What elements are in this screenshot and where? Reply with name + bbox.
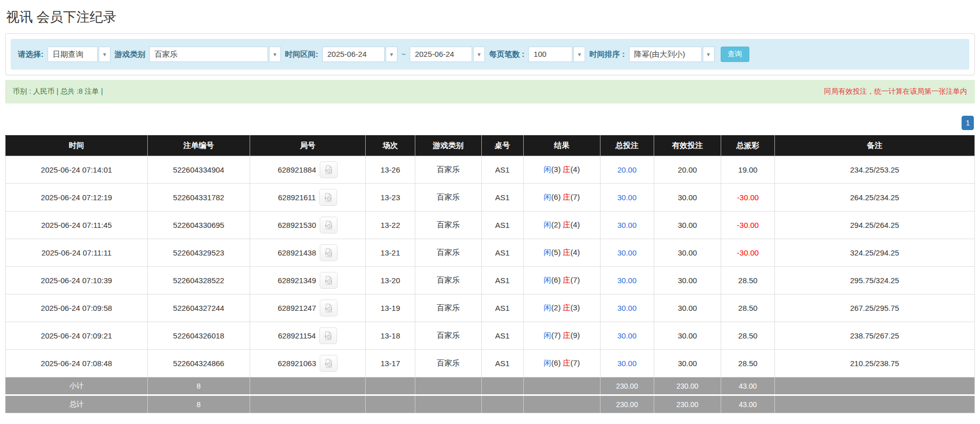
game-type-value[interactable]: 百家乐 [149, 47, 268, 62]
column-header-5: 游戏类别 [415, 136, 481, 156]
video-replay-button[interactable] [320, 355, 338, 372]
time-sort-value[interactable]: 降幂(由大到小) [629, 47, 702, 62]
column-header-4: 场次 [366, 136, 415, 156]
total-bet-link[interactable]: 30.00 [617, 304, 637, 312]
search-button[interactable]: 查询 [721, 47, 749, 62]
round-id-text: 628921884 [278, 165, 316, 174]
round-id-text: 628921530 [278, 221, 316, 229]
footer-empty-result [523, 377, 600, 395]
payout-value: 28.50 [738, 359, 758, 368]
banker-result-label: 庄 [563, 358, 570, 367]
cell-session: 13-22 [366, 211, 415, 239]
game-type-select[interactable]: 百家乐 ▼ [149, 47, 281, 62]
banker-result-score: (7) [570, 358, 580, 367]
cell-time: 2025-06-24 07:11:45 [6, 211, 148, 239]
player-result-label: 闲 [544, 358, 551, 367]
chevron-down-icon[interactable]: ▼ [573, 47, 585, 62]
player-result-label: 闲 [544, 331, 551, 340]
chevron-down-icon[interactable]: ▼ [703, 47, 715, 62]
footer-total-bet: 230.00 [600, 377, 654, 395]
video-replay-button[interactable] [319, 327, 337, 344]
query-type-select[interactable]: 日期查询 ▼ [48, 47, 110, 62]
total-bet-link[interactable]: 30.00 [617, 221, 637, 229]
date-from-value[interactable]: 2025-06-24 [322, 47, 385, 62]
page-title: 视讯 会员下注纪录 [6, 8, 975, 26]
table-row: 2025-06-24 07:11:45522604330695628921530… [6, 211, 975, 239]
cell-total-bet: 30.00 [600, 267, 654, 294]
payout-value: 19.00 [738, 165, 758, 174]
cell-bet-id: 522604334904 [148, 156, 250, 184]
cell-total-bet: 30.00 [600, 184, 654, 211]
subtotal-row: 小计8230.00230.0043.00 [6, 377, 975, 395]
time-sort-select[interactable]: 降幂(由大到小) ▼ [629, 47, 715, 62]
total-bet-link[interactable]: 30.00 [617, 248, 637, 257]
cell-table-id: AS1 [481, 184, 523, 211]
date-from-select[interactable]: 2025-06-24 ▼ [322, 47, 397, 62]
cell-game-type: 百家乐 [415, 211, 481, 239]
cell-session: 13-19 [366, 294, 415, 322]
cell-valid-bet: 30.00 [654, 184, 721, 211]
video-replay-button[interactable] [319, 189, 337, 206]
table-row: 2025-06-24 07:10:39522604328522628921349… [6, 267, 975, 294]
video-replay-button[interactable] [320, 300, 338, 316]
cell-round-id: 628921438 [250, 239, 365, 267]
cell-table-id: AS1 [481, 156, 523, 184]
cell-payout: 28.50 [721, 350, 775, 377]
cell-time: 2025-06-24 07:11:11 [6, 239, 148, 267]
page-1-button[interactable]: 1 [962, 116, 974, 130]
player-result-label: 闲 [544, 248, 551, 257]
page-size-value[interactable]: 100 [528, 47, 572, 62]
video-icon [324, 220, 333, 230]
video-replay-button[interactable] [320, 272, 338, 289]
chevron-down-icon[interactable]: ▼ [473, 47, 485, 62]
cell-bet-id: 522604330695 [148, 211, 250, 239]
banker-result-label: 庄 [563, 303, 570, 312]
total-bet-link[interactable]: 30.00 [617, 359, 637, 368]
chevron-down-icon[interactable]: ▼ [99, 47, 110, 62]
video-icon [324, 248, 333, 258]
cell-remark: 210.25/238.75 [774, 350, 974, 377]
round-id-text: 628921611 [278, 193, 316, 202]
cell-time: 2025-06-24 07:10:39 [6, 267, 148, 294]
banker-result-score: (7) [570, 193, 580, 201]
table-row: 2025-06-24 07:08:48522604324866628921063… [6, 350, 975, 377]
cell-total-bet: 30.00 [600, 239, 654, 267]
total-bet-link[interactable]: 30.00 [617, 193, 637, 202]
column-header-3: 局号 [250, 136, 365, 156]
page-size-label: 每页笔数 : [489, 50, 524, 59]
cell-remark: 295.75/324.25 [774, 267, 974, 294]
cell-session: 13-18 [366, 322, 415, 350]
chevron-down-icon[interactable]: ▼ [386, 47, 397, 62]
cell-round-id: 628921530 [250, 211, 365, 239]
query-type-value[interactable]: 日期查询 [48, 47, 98, 62]
date-to-value[interactable]: 2025-06-24 [410, 47, 472, 62]
page-size-select[interactable]: 100 ▼ [528, 47, 585, 62]
video-replay-button[interactable] [320, 161, 338, 178]
table-head: 时间注单编号局号场次游戏类别桌号结果总投注有效投注总派彩备注 [6, 136, 975, 156]
cell-table-id: AS1 [481, 350, 523, 377]
query-type-label: 请选择: [18, 50, 43, 59]
banker-result-score: (9) [570, 331, 580, 340]
total-bet-link[interactable]: 30.00 [617, 331, 637, 340]
cell-result: 闲(3) 庄(4) [523, 156, 600, 184]
cell-payout: 19.00 [721, 156, 775, 184]
cell-game-type: 百家乐 [415, 350, 481, 377]
footer-empty-round [250, 395, 365, 413]
total-bet-link[interactable]: 20.00 [617, 165, 637, 174]
cell-bet-id: 522604328522 [148, 267, 250, 294]
date-to-select[interactable]: 2025-06-24 ▼ [410, 47, 485, 62]
video-replay-button[interactable] [320, 217, 338, 234]
cell-game-type: 百家乐 [415, 267, 481, 294]
cell-session: 13-17 [366, 350, 415, 377]
footer-empty-session [366, 377, 415, 395]
total-bet-link[interactable]: 30.00 [617, 276, 637, 285]
footer-empty-remark [774, 377, 974, 395]
round-id-text: 628921247 [278, 304, 316, 312]
video-replay-button[interactable] [320, 244, 338, 261]
round-id-text: 628921154 [278, 331, 316, 340]
table-row: 2025-06-24 07:11:11522604329523628921438… [6, 239, 975, 267]
chevron-down-icon[interactable]: ▼ [269, 47, 281, 62]
footer-total-bet: 230.00 [600, 395, 654, 413]
cell-time: 2025-06-24 07:12:19 [6, 184, 148, 211]
player-result-score: (6) [551, 358, 561, 367]
